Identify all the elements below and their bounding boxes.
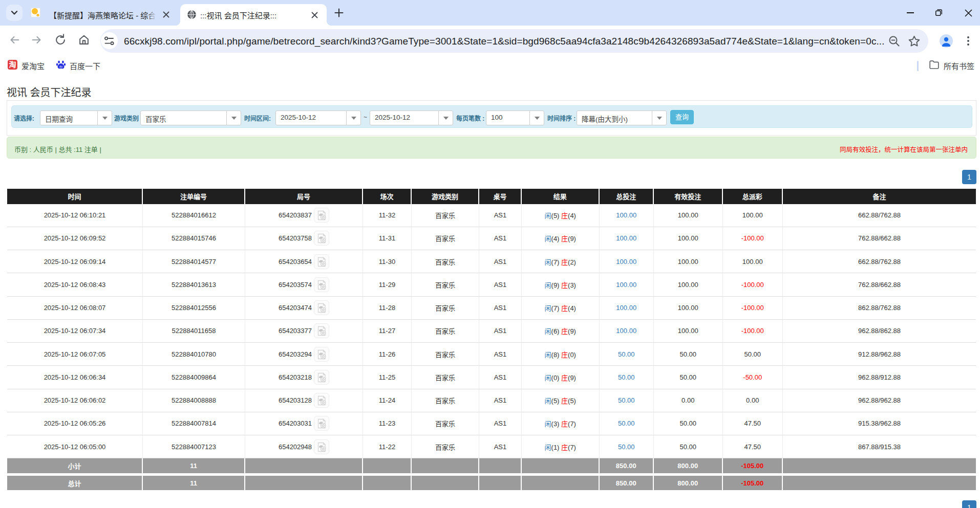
svg-text:du: du [59, 65, 62, 68]
